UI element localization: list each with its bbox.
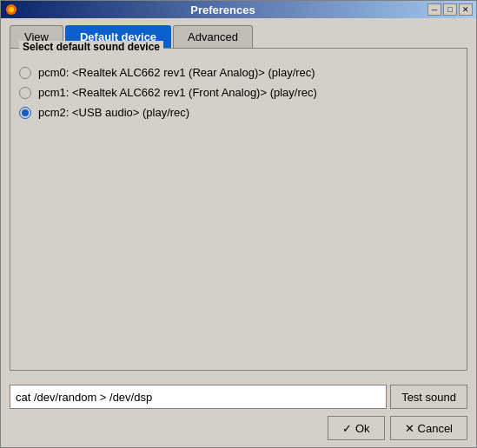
minimize-button[interactable]: ─ — [427, 3, 441, 16]
title-bar: Preferences ─ □ ✕ — [1, 1, 476, 18]
cancel-button[interactable]: ✕ Cancel — [390, 416, 467, 440]
device-list: pcm0: <Realtek ALC662 rev1 (Rear Analog)… — [19, 66, 458, 119]
tab-advanced[interactable]: Advanced — [173, 25, 253, 48]
radio-pcm0[interactable] — [19, 67, 31, 79]
ok-label: Ok — [355, 422, 370, 435]
test-sound-button[interactable]: Test sound — [390, 385, 467, 409]
close-button[interactable]: ✕ — [459, 3, 473, 16]
title-bar-controls: ─ □ ✕ — [427, 3, 473, 16]
device-label-pcm2: pcm2: <USB audio> (play/rec) — [38, 106, 189, 119]
dialog-buttons: ✓ Ok ✕ Cancel — [1, 409, 476, 447]
list-item[interactable]: pcm0: <Realtek ALC662 rev1 (Rear Analog)… — [19, 66, 458, 79]
title-bar-title: Preferences — [18, 3, 427, 16]
ok-button[interactable]: ✓ Ok — [328, 416, 385, 440]
radio-pcm1[interactable] — [19, 87, 31, 99]
command-row: Test sound — [10, 385, 467, 409]
content-area: Select default sound device pcm0: <Realt… — [1, 48, 476, 379]
x-icon: ✕ — [405, 422, 414, 435]
radio-pcm2[interactable] — [19, 107, 31, 119]
device-label-pcm0: pcm0: <Realtek ALC662 rev1 (Rear Analog)… — [38, 66, 315, 79]
app-icon — [4, 3, 18, 16]
device-panel: Select default sound device pcm0: <Realt… — [10, 48, 467, 371]
device-label-pcm1: pcm1: <Realtek ALC662 rev1 (Front Analog… — [38, 86, 317, 99]
preferences-window: Preferences ─ □ ✕ View Default device Ad… — [0, 0, 477, 448]
svg-point-1 — [9, 7, 14, 12]
check-icon: ✓ — [342, 422, 352, 435]
list-item[interactable]: pcm1: <Realtek ALC662 rev1 (Front Analog… — [19, 86, 458, 99]
list-item[interactable]: pcm2: <USB audio> (play/rec) — [19, 106, 458, 119]
panel-title: Select default sound device — [19, 41, 163, 53]
cancel-label: Cancel — [418, 422, 453, 435]
command-input[interactable] — [10, 385, 387, 409]
maximize-button[interactable]: □ — [443, 3, 457, 16]
